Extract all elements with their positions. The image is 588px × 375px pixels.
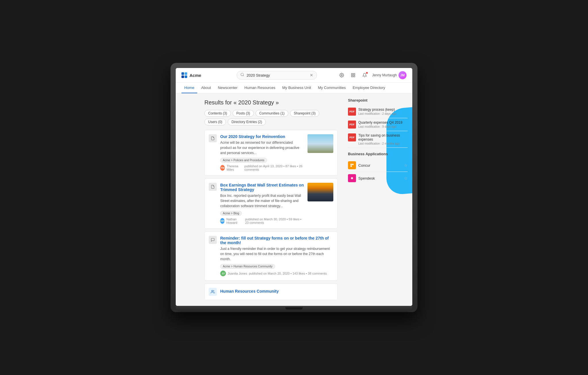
result-avatar-1: TM — [220, 165, 225, 171]
filter-tab-communities[interactable]: Communities (1) — [256, 110, 288, 117]
sharepoint-item-2[interactable]: PDF Quarterly expenses Q4 2019 Last modi… — [348, 118, 408, 131]
spendesk-icon — [348, 174, 356, 182]
nav-item-business-unit[interactable]: My Business Unit — [279, 83, 314, 93]
spendesk-star-icon[interactable]: ☆ — [404, 176, 408, 180]
result-title-2[interactable]: Box Earnings Beat Wall Street Estimates … — [220, 183, 304, 192]
notification-badge — [366, 72, 368, 74]
result-author-meta-2: published on March 30, 2020 • 59 likes •… — [245, 217, 304, 224]
svg-rect-4 — [353, 75, 355, 77]
biz-item-concur[interactable]: Concur ☆ — [348, 159, 408, 172]
sp-item-title-3: Tips for saving on business expenses — [358, 133, 408, 141]
result-tag-1[interactable]: Acme > Policies and Procedures — [220, 158, 267, 163]
content-pane: Results for « 2020 Strategy » Contents (… — [199, 94, 343, 306]
result-body-2: Box Earnings Beat Wall Street Estimates … — [220, 183, 304, 224]
result-icon-2 — [209, 183, 217, 191]
community-title[interactable]: Human Resources Community — [220, 289, 279, 294]
user-area[interactable]: Jenny Murtaugh JM — [372, 71, 407, 79]
nav-item-home[interactable]: Home — [181, 83, 197, 93]
concur-icon — [348, 161, 356, 169]
navigation: Home About Newscenter Human Resources My… — [176, 83, 412, 94]
result-title-3[interactable]: Reminder: fill out Strategy forms on or … — [220, 236, 333, 245]
result-body-3: Reminder: fill out Strategy forms on or … — [220, 236, 333, 276]
filter-tabs: Contents (3) Posts (3) Communities (1) S… — [204, 110, 338, 125]
filter-tab-users[interactable]: Users (0) — [204, 118, 226, 125]
result-author-meta-1: published on April 13, 2020 • 87 likes •… — [244, 164, 304, 171]
sharepoint-item-3[interactable]: PDF Tips for saving on business expenses… — [348, 131, 408, 148]
logo-icon — [181, 72, 187, 78]
svg-rect-8 — [352, 164, 354, 165]
left-decoration — [176, 94, 199, 306]
result-image-2 — [307, 183, 333, 201]
svg-rect-3 — [353, 73, 355, 75]
nav-item-communities[interactable]: My Communities — [315, 83, 349, 93]
svg-rect-9 — [351, 166, 352, 167]
results-list: Our 2020 Strategy for Reinvention Acme w… — [204, 130, 338, 300]
result-author-meta-3: published on March 20, 2020 • 143 likes … — [249, 272, 327, 275]
concur-star-icon[interactable]: ☆ — [404, 163, 408, 168]
logo-square-1 — [181, 72, 184, 75]
notification-icon[interactable] — [361, 71, 369, 79]
result-item-3: Reminder: fill out Strategy forms on or … — [204, 232, 338, 281]
biz-section-title: Business Applications — [348, 152, 408, 156]
svg-rect-5 — [351, 75, 353, 77]
concur-name: Concur — [358, 163, 402, 168]
nav-item-employee-directory[interactable]: Employee Directory — [350, 83, 388, 93]
svg-point-0 — [241, 73, 243, 76]
grid-icon[interactable] — [349, 71, 357, 79]
sharepoint-item-1[interactable]: PDF Strategy process (keep) Last modific… — [348, 105, 408, 118]
svg-point-6 — [212, 290, 213, 292]
spendesk-name: Spendesk — [358, 176, 402, 180]
result-tag-3[interactable]: Acme > Human Resources Community — [220, 264, 275, 269]
result-avatar-2: NH — [220, 218, 225, 224]
result-meta-2: NH Nathan Howard published on March 30, … — [220, 217, 304, 224]
result-item-2: Box Earnings Beat Wall Street Estimates … — [204, 178, 338, 229]
pdf-icon-3: PDF — [348, 133, 356, 141]
search-input-value: 2020 Strategy — [247, 73, 307, 77]
main-content: Results for « 2020 Strategy » Contents (… — [176, 94, 412, 306]
filter-tab-sharepoint[interactable]: Sharepoint (3) — [290, 110, 319, 117]
community-result: Human Resources Community — [204, 283, 338, 300]
results-heading: Results for « 2020 Strategy » — [204, 99, 338, 106]
result-author-1: Theresa Miles — [227, 164, 243, 171]
right-sidebar: Sharepoint PDF Strategy process (keep) L… — [343, 94, 412, 306]
nav-item-hr[interactable]: Human Resources — [241, 83, 278, 93]
filter-tab-contents[interactable]: Contents (3) — [204, 110, 231, 117]
app-name: Acme — [189, 73, 201, 78]
sp-item-meta-1: Last modification : 2 days ago — [358, 112, 396, 115]
filter-tab-posts[interactable]: Posts (3) — [233, 110, 254, 117]
pdf-icon-2: PDF — [348, 121, 356, 129]
result-tag-2[interactable]: Acme > Blog — [220, 211, 242, 216]
search-icon — [240, 73, 244, 78]
result-meta-1: TM Theresa Miles published on April 13, … — [220, 164, 304, 171]
sp-item-info-2: Quarterly expenses Q4 2019 Last modifica… — [358, 121, 402, 128]
result-excerpt-3: Just a friendly reminder that in order t… — [220, 246, 333, 262]
user-avatar: JM — [399, 71, 407, 79]
laptop-notch — [285, 307, 303, 310]
logo-square-3 — [181, 75, 184, 78]
sp-item-meta-2: Last modification : 9 days ago — [358, 125, 402, 128]
filter-tab-directory[interactable]: Directory Entries (2) — [228, 118, 266, 125]
svg-rect-2 — [351, 73, 353, 75]
biz-item-spendesk[interactable]: Spendesk ☆ — [348, 172, 408, 184]
sharepoint-section-title: Sharepoint — [348, 98, 408, 102]
result-author-2: Nathan Howard — [226, 217, 243, 224]
community-icon — [209, 288, 217, 296]
nav-item-newscenter[interactable]: Newscenter — [215, 83, 241, 93]
search-clear-icon[interactable]: ✕ — [310, 73, 313, 77]
sp-item-info-3: Tips for saving on business expenses Las… — [358, 133, 408, 145]
result-excerpt-1: Acme will be as renowned for our differe… — [220, 140, 304, 156]
header: Acme 2020 Strategy ✕ — [176, 68, 412, 83]
search-box[interactable]: 2020 Strategy ✕ — [237, 71, 317, 79]
logo-area: Acme — [181, 72, 216, 78]
result-title-1[interactable]: Our 2020 Strategy for Reinvention — [220, 134, 304, 139]
result-item-1: Our 2020 Strategy for Reinvention Acme w… — [204, 130, 338, 176]
result-excerpt-2: Box Inc. reported quarterly profit that … — [220, 193, 304, 209]
result-icon-3 — [209, 236, 217, 244]
sp-item-title-2: Quarterly expenses Q4 2019 — [358, 121, 402, 125]
settings-icon[interactable] — [338, 71, 346, 79]
svg-point-1 — [341, 75, 342, 76]
laptop-base — [176, 306, 412, 312]
nav-item-about[interactable]: About — [198, 83, 214, 93]
result-meta-3: JJ Juanita Jones published on March 20, … — [220, 271, 333, 276]
biz-applications-section: Business Applications Concur ☆ — [348, 152, 408, 184]
